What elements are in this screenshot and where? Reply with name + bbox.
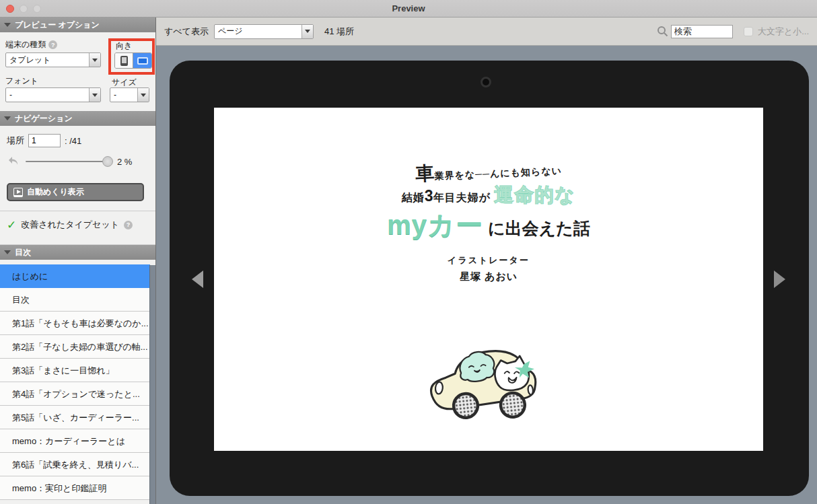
chevron-down-icon bbox=[301, 25, 313, 38]
window-titlebar: Preview bbox=[0, 0, 817, 17]
check-icon bbox=[7, 219, 16, 231]
orientation-landscape-button[interactable] bbox=[133, 53, 151, 68]
section-toc[interactable]: 目次 bbox=[0, 245, 155, 260]
view-mode-value: ページ bbox=[215, 26, 301, 37]
size-label: サイズ bbox=[112, 77, 137, 88]
window-title: Preview bbox=[0, 0, 817, 17]
size-value: - bbox=[110, 90, 137, 100]
next-page-arrow[interactable] bbox=[774, 271, 785, 288]
font-select[interactable]: - bbox=[5, 87, 101, 102]
previous-page-arrow[interactable] bbox=[192, 271, 203, 288]
landscape-device-icon bbox=[137, 57, 148, 65]
portrait-device-icon bbox=[120, 56, 128, 66]
help-icon[interactable] bbox=[48, 40, 57, 49]
toc-item[interactable]: 第5話「いざ、カーディーラー... bbox=[0, 406, 150, 429]
chevron-down-icon bbox=[4, 23, 11, 27]
author-role: イラストレーター bbox=[214, 254, 763, 266]
toc-item[interactable]: はじめに bbox=[0, 264, 150, 288]
orientation-label: 向き bbox=[116, 40, 132, 52]
toc-item[interactable]: 第6話「試乗を終え、見積りバ... bbox=[0, 453, 150, 476]
typeset-label: 改善されたタイプセット bbox=[21, 219, 119, 231]
progress-slider[interactable] bbox=[26, 156, 112, 167]
toc-item[interactable]: 第1話「そもそも車は必要なのか... bbox=[0, 312, 150, 335]
book-page[interactable]: 車業界をな──んにも知らない 結婚3年目夫婦が 運命的な myカー に出会えた話… bbox=[214, 108, 763, 451]
progress-percent: 2 % bbox=[117, 157, 132, 167]
divider bbox=[0, 211, 155, 211]
view-mode-select[interactable]: ページ bbox=[214, 24, 314, 39]
chevron-down-icon bbox=[137, 88, 149, 102]
chevron-down-icon bbox=[89, 53, 100, 67]
sidebar: プレビュー オプション 端末の種類 向き タブレット bbox=[0, 17, 156, 504]
toc-item[interactable]: 第2話「子なし夫婦の車選びの軸... bbox=[0, 335, 150, 359]
device-type-label: 端末の種類 bbox=[5, 39, 57, 50]
author-name: 星塚 あおい bbox=[214, 271, 763, 283]
slider-track bbox=[26, 161, 112, 162]
device-type-select[interactable]: タブレット bbox=[5, 52, 101, 67]
navigation-panel: 場所 : /41 2 % 自動めくり表示 改善 bbox=[0, 126, 155, 245]
search-icon bbox=[657, 26, 668, 37]
toc-list: はじめに 目次 第1話「そもそも車は必要なのか... 第2話「子なし夫婦の車選び… bbox=[0, 264, 150, 500]
location-total: : /41 bbox=[65, 136, 81, 146]
orientation-toggle bbox=[114, 52, 152, 69]
typeset-status: 改善されたタイプセット bbox=[7, 219, 133, 231]
auto-page-turn-label: 自動めくり表示 bbox=[27, 186, 84, 198]
case-sensitive-checkbox[interactable] bbox=[744, 27, 753, 36]
spacer bbox=[0, 260, 155, 264]
device-type-value: タブレット bbox=[6, 55, 89, 66]
location-input[interactable] bbox=[28, 134, 61, 147]
chevron-down-icon bbox=[4, 116, 11, 120]
preview-viewport: 車業界をな──んにも知らない 結婚3年目夫婦が 運命的な myカー に出会えた話… bbox=[156, 46, 817, 504]
section-toc-label: 目次 bbox=[15, 247, 31, 258]
book-title: 車業界をな──んにも知らない 結婚3年目夫婦が 運命的な myカー に出会えた話 bbox=[214, 159, 763, 242]
help-icon[interactable] bbox=[124, 221, 133, 229]
toc-item[interactable]: memo：実印と印鑑証明 bbox=[0, 476, 150, 500]
close-window-button[interactable] bbox=[6, 5, 14, 13]
search-input[interactable] bbox=[671, 25, 733, 38]
section-preview-options-label: プレビュー オプション bbox=[15, 20, 100, 31]
tablet-frame: 車業界をな──んにも知らない 結婚3年目夫婦が 運命的な myカー に出会えた話… bbox=[170, 61, 809, 496]
tablet-camera-icon bbox=[481, 77, 491, 87]
section-navigation-label: ナビゲーション bbox=[15, 113, 73, 124]
play-device-icon bbox=[13, 188, 23, 197]
traffic-lights bbox=[6, 5, 41, 13]
location-label: 場所 bbox=[7, 135, 24, 147]
slider-thumb[interactable] bbox=[102, 156, 113, 167]
font-label: フォント bbox=[5, 75, 38, 87]
main-area: すべて表示 ページ 41 場所 大文字と小... bbox=[156, 17, 817, 504]
size-select[interactable]: - bbox=[110, 87, 149, 102]
sidebar-scrollbar[interactable] bbox=[149, 265, 155, 504]
auto-page-turn-button[interactable]: 自動めくり表示 bbox=[7, 183, 144, 201]
location-count: 41 場所 bbox=[324, 26, 354, 38]
chevron-down-icon bbox=[89, 88, 100, 102]
zoom-window-button[interactable] bbox=[33, 5, 41, 13]
book-title-line3: myカー に出会えた話 bbox=[214, 208, 763, 242]
font-value: - bbox=[6, 90, 89, 100]
toc-item[interactable]: 第4話「オプションで迷ったと... bbox=[0, 382, 150, 406]
toc-item[interactable]: 第3話「まさに一目惚れ」 bbox=[0, 359, 150, 382]
chevron-down-icon bbox=[4, 250, 11, 254]
section-preview-options[interactable]: プレビュー オプション bbox=[0, 17, 155, 32]
orientation-portrait-button[interactable] bbox=[115, 53, 133, 68]
minimize-window-button[interactable] bbox=[20, 5, 28, 13]
show-all-label: すべて表示 bbox=[164, 26, 209, 38]
section-navigation[interactable]: ナビゲーション bbox=[0, 111, 155, 126]
car-illustration bbox=[419, 340, 540, 427]
preview-options-panel: 端末の種類 向き タブレット フォント bbox=[0, 32, 155, 111]
toc-item[interactable]: memo：カーディーラーとは bbox=[0, 429, 150, 453]
main-toolbar: すべて表示 ページ 41 場所 大文字と小... bbox=[156, 17, 817, 46]
case-sensitive-label: 大文字と小... bbox=[758, 26, 809, 38]
author-block: イラストレーター 星塚 あおい bbox=[214, 254, 763, 283]
undo-icon[interactable] bbox=[7, 155, 20, 168]
toc-item[interactable]: 目次 bbox=[0, 288, 150, 312]
